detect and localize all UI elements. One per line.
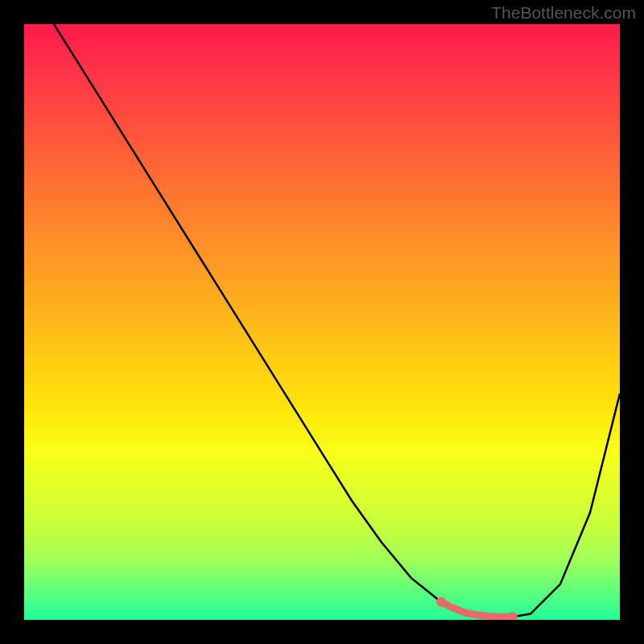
watermark-text: TheBottleneck.com bbox=[491, 3, 636, 23]
highlight-end-dot bbox=[508, 612, 518, 620]
highlight-segment-path bbox=[441, 602, 513, 617]
highlight-start-dot bbox=[436, 597, 446, 607]
bottleneck-curve-path bbox=[54, 24, 620, 617]
chart-plot-area bbox=[24, 24, 620, 620]
chart-svg bbox=[24, 24, 620, 620]
